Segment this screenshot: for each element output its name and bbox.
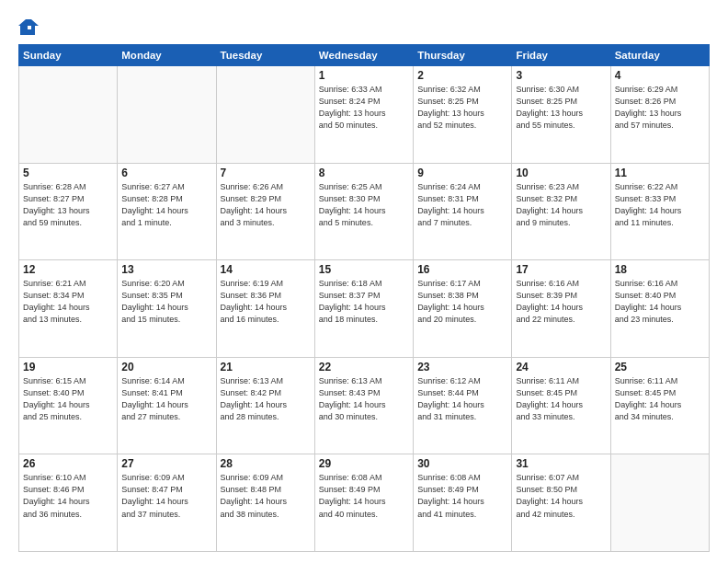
day-cell: [118, 66, 216, 164]
day-cell: [610, 454, 709, 552]
weekday-header-row: SundayMondayTuesdayWednesdayThursdayFrid…: [19, 45, 710, 66]
day-number: 20: [121, 361, 211, 373]
logo: [18, 17, 42, 37]
day-number: 31: [516, 457, 606, 470]
day-cell: 31Sunrise: 6:07 AM Sunset: 8:50 PM Dayli…: [512, 454, 610, 552]
day-info: Sunrise: 6:22 AM Sunset: 8:33 PM Dayligh…: [615, 181, 705, 229]
day-info: Sunrise: 6:26 AM Sunset: 8:29 PM Dayligh…: [221, 181, 311, 229]
day-number: 4: [615, 69, 705, 82]
day-number: 6: [121, 167, 211, 179]
week-row-5: 26Sunrise: 6:10 AM Sunset: 8:46 PM Dayli…: [19, 454, 710, 552]
day-number: 14: [221, 263, 311, 276]
day-number: 28: [221, 457, 311, 470]
day-number: 25: [615, 361, 705, 373]
day-cell: 29Sunrise: 6:08 AM Sunset: 8:49 PM Dayli…: [314, 454, 413, 552]
day-cell: 27Sunrise: 6:09 AM Sunset: 8:47 PM Dayli…: [118, 454, 216, 552]
day-info: Sunrise: 6:25 AM Sunset: 8:30 PM Dayligh…: [319, 181, 409, 229]
day-info: Sunrise: 6:10 AM Sunset: 8:46 PM Dayligh…: [23, 472, 113, 520]
day-info: Sunrise: 6:09 AM Sunset: 8:48 PM Dayligh…: [221, 472, 311, 520]
day-info: Sunrise: 6:29 AM Sunset: 8:26 PM Dayligh…: [615, 84, 705, 132]
day-number: 29: [319, 457, 409, 470]
day-info: Sunrise: 6:14 AM Sunset: 8:41 PM Dayligh…: [121, 375, 211, 423]
day-info: Sunrise: 6:21 AM Sunset: 8:34 PM Dayligh…: [23, 278, 113, 326]
weekday-sunday: Sunday: [19, 45, 118, 66]
day-number: 9: [417, 167, 507, 179]
day-info: Sunrise: 6:11 AM Sunset: 8:45 PM Dayligh…: [516, 375, 606, 423]
day-info: Sunrise: 6:11 AM Sunset: 8:45 PM Dayligh…: [615, 375, 705, 423]
day-cell: 14Sunrise: 6:19 AM Sunset: 8:36 PM Dayli…: [216, 260, 314, 358]
day-cell: [19, 66, 118, 164]
weekday-saturday: Saturday: [610, 45, 709, 66]
weekday-monday: Monday: [118, 45, 216, 66]
day-number: 16: [417, 263, 507, 276]
day-number: 7: [221, 167, 311, 179]
day-cell: 3Sunrise: 6:30 AM Sunset: 8:25 PM Daylig…: [512, 66, 610, 164]
day-cell: 17Sunrise: 6:16 AM Sunset: 8:39 PM Dayli…: [512, 260, 610, 358]
day-info: Sunrise: 6:33 AM Sunset: 8:24 PM Dayligh…: [319, 84, 409, 132]
day-cell: 20Sunrise: 6:14 AM Sunset: 8:41 PM Dayli…: [118, 357, 216, 454]
day-cell: 11Sunrise: 6:22 AM Sunset: 8:33 PM Dayli…: [610, 163, 709, 260]
weekday-friday: Friday: [512, 45, 610, 66]
day-info: Sunrise: 6:28 AM Sunset: 8:27 PM Dayligh…: [23, 181, 113, 229]
day-info: Sunrise: 6:16 AM Sunset: 8:39 PM Dayligh…: [516, 278, 606, 326]
day-cell: [216, 66, 314, 164]
day-cell: 12Sunrise: 6:21 AM Sunset: 8:34 PM Dayli…: [19, 260, 118, 358]
day-info: Sunrise: 6:19 AM Sunset: 8:36 PM Dayligh…: [221, 278, 311, 326]
day-number: 18: [615, 263, 705, 276]
day-cell: 30Sunrise: 6:08 AM Sunset: 8:49 PM Dayli…: [414, 454, 512, 552]
day-cell: 9Sunrise: 6:24 AM Sunset: 8:31 PM Daylig…: [414, 163, 512, 260]
day-number: 27: [121, 457, 211, 470]
day-info: Sunrise: 6:32 AM Sunset: 8:25 PM Dayligh…: [417, 84, 507, 132]
day-info: Sunrise: 6:12 AM Sunset: 8:44 PM Dayligh…: [417, 375, 507, 423]
day-cell: 28Sunrise: 6:09 AM Sunset: 8:48 PM Dayli…: [216, 454, 314, 552]
svg-marker-0: [18, 19, 39, 35]
logo-icon: [18, 17, 39, 37]
day-number: 17: [516, 263, 606, 276]
day-info: Sunrise: 6:15 AM Sunset: 8:40 PM Dayligh…: [23, 375, 113, 423]
day-cell: 13Sunrise: 6:20 AM Sunset: 8:35 PM Dayli…: [118, 260, 216, 358]
day-info: Sunrise: 6:17 AM Sunset: 8:38 PM Dayligh…: [417, 278, 507, 326]
day-cell: 8Sunrise: 6:25 AM Sunset: 8:30 PM Daylig…: [314, 163, 413, 260]
day-info: Sunrise: 6:09 AM Sunset: 8:47 PM Dayligh…: [121, 472, 211, 520]
day-cell: 2Sunrise: 6:32 AM Sunset: 8:25 PM Daylig…: [414, 66, 512, 164]
day-info: Sunrise: 6:08 AM Sunset: 8:49 PM Dayligh…: [319, 472, 409, 520]
day-info: Sunrise: 6:20 AM Sunset: 8:35 PM Dayligh…: [121, 278, 211, 326]
day-info: Sunrise: 6:30 AM Sunset: 8:25 PM Dayligh…: [516, 84, 606, 132]
day-cell: 22Sunrise: 6:13 AM Sunset: 8:43 PM Dayli…: [314, 357, 413, 454]
day-number: 19: [23, 361, 113, 373]
day-info: Sunrise: 6:16 AM Sunset: 8:40 PM Dayligh…: [615, 278, 705, 326]
day-number: 23: [417, 361, 507, 373]
day-cell: 25Sunrise: 6:11 AM Sunset: 8:45 PM Dayli…: [610, 357, 709, 454]
day-cell: 23Sunrise: 6:12 AM Sunset: 8:44 PM Dayli…: [414, 357, 512, 454]
day-cell: 1Sunrise: 6:33 AM Sunset: 8:24 PM Daylig…: [314, 66, 413, 164]
day-cell: 7Sunrise: 6:26 AM Sunset: 8:29 PM Daylig…: [216, 163, 314, 260]
day-cell: 15Sunrise: 6:18 AM Sunset: 8:37 PM Dayli…: [314, 260, 413, 358]
day-info: Sunrise: 6:08 AM Sunset: 8:49 PM Dayligh…: [417, 472, 507, 520]
week-row-3: 12Sunrise: 6:21 AM Sunset: 8:34 PM Dayli…: [19, 260, 710, 358]
day-info: Sunrise: 6:24 AM Sunset: 8:31 PM Dayligh…: [417, 181, 507, 229]
day-cell: 24Sunrise: 6:11 AM Sunset: 8:45 PM Dayli…: [512, 357, 610, 454]
day-number: 26: [23, 457, 113, 470]
day-number: 2: [417, 69, 507, 82]
day-info: Sunrise: 6:23 AM Sunset: 8:32 PM Dayligh…: [516, 181, 606, 229]
day-number: 22: [319, 361, 409, 373]
day-number: 24: [516, 361, 606, 373]
day-info: Sunrise: 6:07 AM Sunset: 8:50 PM Dayligh…: [516, 472, 606, 520]
calendar: SundayMondayTuesdayWednesdayThursdayFrid…: [18, 44, 710, 552]
day-number: 11: [615, 167, 705, 179]
weekday-thursday: Thursday: [414, 45, 512, 66]
day-number: 15: [319, 263, 409, 276]
weekday-tuesday: Tuesday: [216, 45, 314, 66]
day-cell: 26Sunrise: 6:10 AM Sunset: 8:46 PM Dayli…: [19, 454, 118, 552]
day-number: 5: [23, 167, 113, 179]
day-number: 12: [23, 263, 113, 276]
day-number: 30: [417, 457, 507, 470]
day-number: 8: [319, 167, 409, 179]
day-cell: 5Sunrise: 6:28 AM Sunset: 8:27 PM Daylig…: [19, 163, 118, 260]
day-info: Sunrise: 6:27 AM Sunset: 8:28 PM Dayligh…: [121, 181, 211, 229]
week-row-4: 19Sunrise: 6:15 AM Sunset: 8:40 PM Dayli…: [19, 357, 710, 454]
week-row-2: 5Sunrise: 6:28 AM Sunset: 8:27 PM Daylig…: [19, 163, 710, 260]
day-number: 13: [121, 263, 211, 276]
day-info: Sunrise: 6:18 AM Sunset: 8:37 PM Dayligh…: [319, 278, 409, 326]
day-info: Sunrise: 6:13 AM Sunset: 8:42 PM Dayligh…: [221, 375, 311, 423]
